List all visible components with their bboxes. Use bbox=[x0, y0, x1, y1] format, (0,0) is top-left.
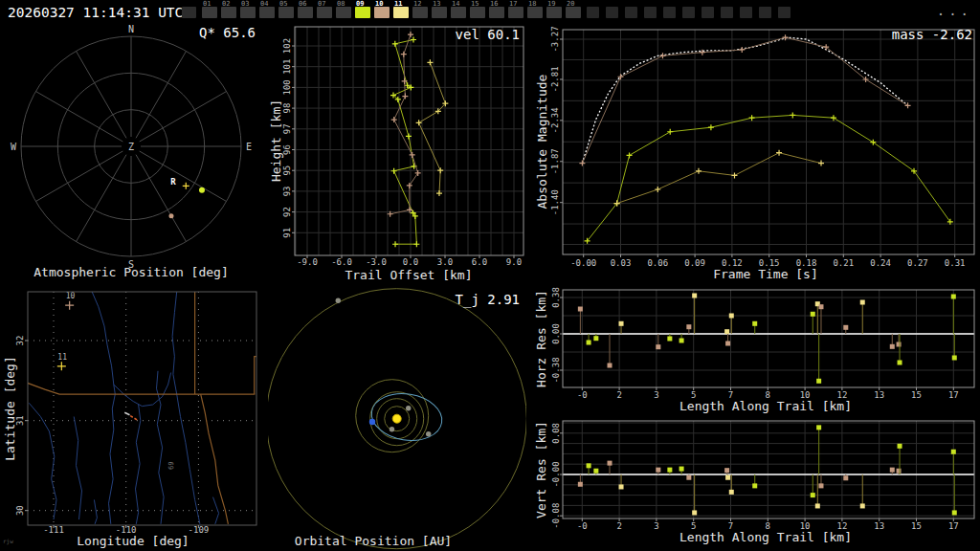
frame-box-swatch bbox=[587, 7, 599, 18]
data-point-cross bbox=[655, 187, 660, 192]
frame-box-02[interactable]: 02 bbox=[221, 0, 236, 21]
svg-text:-0.00: -0.00 bbox=[570, 258, 596, 268]
map-xlabel: Longitude [deg] bbox=[37, 535, 229, 548]
svg-text:91: 91 bbox=[282, 228, 292, 238]
svg-text:3: 3 bbox=[654, 390, 658, 400]
frame-box[interactable] bbox=[182, 0, 196, 21]
mars-dot bbox=[426, 431, 431, 436]
frame-box[interactable] bbox=[702, 0, 714, 21]
frame-box-swatch bbox=[182, 7, 196, 18]
polar-points: R bbox=[168, 177, 204, 218]
frame-box-13[interactable]: 13 bbox=[432, 0, 447, 21]
frame-box-swatch bbox=[259, 7, 275, 18]
frame-box-12[interactable]: 12 bbox=[412, 0, 428, 21]
frame-box[interactable] bbox=[778, 0, 791, 21]
svg-text:-0: -0 bbox=[577, 390, 588, 400]
frame-box-19[interactable]: 19 bbox=[546, 0, 562, 21]
frame-box-label: 20 bbox=[567, 1, 574, 8]
frame-box-03[interactable]: 03 bbox=[240, 0, 256, 21]
map-features bbox=[28, 292, 257, 524]
frame-box[interactable] bbox=[644, 0, 657, 21]
ground-track-white bbox=[124, 412, 129, 415]
river-line bbox=[74, 417, 81, 520]
sun-dot bbox=[392, 414, 401, 423]
frame-box[interactable] bbox=[606, 0, 618, 21]
frame-box-swatch bbox=[221, 7, 236, 18]
svg-text:0.0: 0.0 bbox=[403, 257, 418, 267]
residual-point bbox=[679, 339, 684, 343]
svg-text:92: 92 bbox=[282, 207, 292, 217]
residual-point bbox=[815, 503, 820, 508]
frame-box-15[interactable]: 15 bbox=[470, 0, 485, 21]
data-point-cross bbox=[659, 53, 665, 58]
svg-text:0.38: 0.38 bbox=[551, 287, 561, 308]
q-star-value: Q* 65.6 bbox=[153, 26, 256, 39]
frame-box-20[interactable]: 20 bbox=[566, 0, 581, 21]
frame-box[interactable] bbox=[587, 0, 599, 21]
light-curve-plot: -0.000.030.060.090.120.150.180.210.240.2… bbox=[531, 24, 980, 287]
tisserand-value: T_j 2.91 bbox=[412, 293, 520, 306]
residual-point bbox=[951, 295, 956, 299]
frame-box-swatch bbox=[663, 7, 676, 18]
frame-box-04[interactable]: 04 bbox=[259, 0, 275, 21]
frame-box-swatch bbox=[489, 7, 504, 18]
frame-box[interactable] bbox=[721, 0, 733, 21]
ground-track bbox=[124, 412, 138, 420]
svg-text:97: 97 bbox=[282, 123, 292, 134]
frame-box-16[interactable]: 16 bbox=[489, 0, 504, 21]
venus-dot bbox=[406, 406, 411, 410]
station-label: 10 bbox=[66, 292, 76, 300]
frame-box-label: 19 bbox=[547, 1, 555, 8]
frame-box-14[interactable]: 14 bbox=[451, 0, 466, 21]
river-line bbox=[29, 403, 56, 519]
frame-box[interactable] bbox=[759, 0, 771, 21]
frame-box[interactable] bbox=[663, 0, 676, 21]
frame-box-07[interactable]: 07 bbox=[317, 0, 332, 21]
frame-box-swatch bbox=[527, 7, 543, 18]
map-tick-labels: -111-110-109323130 bbox=[15, 336, 209, 535]
residual-point bbox=[952, 510, 957, 515]
frame-box-10[interactable]: 10 bbox=[374, 0, 390, 21]
residual-point bbox=[593, 336, 598, 341]
frame-box-label: 13 bbox=[433, 1, 440, 8]
frame-box-18[interactable]: 18 bbox=[527, 0, 543, 21]
svg-text:-1.40: -1.40 bbox=[550, 189, 560, 215]
svg-text:-0.38: -0.38 bbox=[551, 357, 561, 383]
frame-box-label: 18 bbox=[528, 1, 536, 8]
frame-box-swatch bbox=[278, 7, 294, 18]
frame-box-swatch bbox=[644, 7, 657, 18]
observed-green bbox=[588, 115, 950, 241]
frame-box[interactable] bbox=[625, 0, 637, 21]
frame-box-label: 10 bbox=[375, 1, 383, 8]
svg-text:2: 2 bbox=[616, 521, 621, 531]
residual-point bbox=[811, 493, 815, 497]
residual-point bbox=[724, 329, 729, 334]
frame-box-11[interactable]: 11 bbox=[393, 0, 409, 21]
data-point-cross bbox=[776, 150, 782, 156]
frame-box[interactable] bbox=[740, 0, 752, 21]
vert-xlabel: Length Along Trail [km] bbox=[660, 531, 871, 544]
overflow-menu-icon[interactable]: ... bbox=[937, 3, 972, 18]
station-yellow bbox=[419, 62, 446, 193]
frame-box-01[interactable]: 01 bbox=[202, 0, 217, 21]
ground-track-orange bbox=[130, 416, 138, 421]
frame-box-05[interactable]: 05 bbox=[278, 0, 294, 21]
meteor-analysis-app: { "header": { "timestamp": "20260327 11:… bbox=[0, 0, 980, 551]
residual-point bbox=[897, 342, 902, 347]
station-tan bbox=[390, 34, 418, 214]
frame-box-17[interactable]: 17 bbox=[508, 0, 523, 21]
data-point-cross bbox=[627, 152, 633, 158]
svg-text:-0: -0 bbox=[577, 521, 588, 531]
frame-box-08[interactable]: 08 bbox=[336, 0, 351, 21]
data-point-cross bbox=[790, 112, 795, 118]
frame-box-09[interactable]: 09 bbox=[355, 0, 370, 21]
svg-text:-1.87: -1.87 bbox=[550, 148, 560, 174]
residual-point bbox=[752, 483, 757, 488]
frame-box-label: 02 bbox=[222, 1, 230, 8]
data-point-cross bbox=[427, 59, 433, 65]
residual-point bbox=[952, 356, 957, 361]
orbit-caption: Orbital Position [AU] bbox=[278, 535, 469, 548]
atmos-caption: Atmospheric Position [deg] bbox=[16, 266, 246, 279]
frame-box[interactable] bbox=[682, 0, 695, 21]
frame-box-06[interactable]: 06 bbox=[298, 0, 313, 21]
